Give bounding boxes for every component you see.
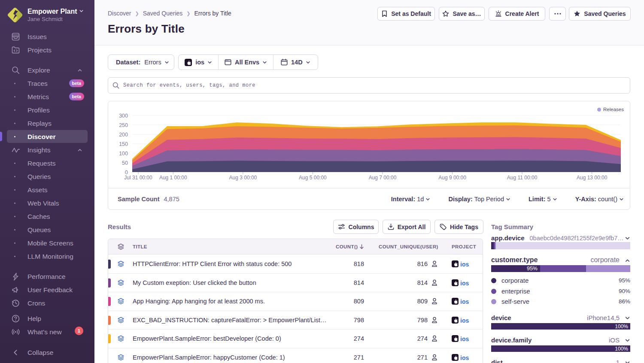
svg-text:300: 300 — [119, 113, 128, 119]
svg-text:Aug 1 00:00: Aug 1 00:00 — [159, 175, 187, 181]
svg-text:Jul 31 00:00: Jul 31 00:00 — [124, 175, 152, 181]
svg-text:Aug 5 00:00: Aug 5 00:00 — [299, 175, 327, 181]
svg-text:Aug 13 00:00: Aug 13 00:00 — [577, 175, 608, 181]
svg-text:Aug 3 00:00: Aug 3 00:00 — [229, 175, 257, 181]
svg-text:Aug 7 00:00: Aug 7 00:00 — [369, 175, 397, 181]
svg-text:50: 50 — [122, 160, 128, 166]
svg-text:250: 250 — [119, 122, 128, 128]
svg-text:Aug 9 00:00: Aug 9 00:00 — [438, 175, 466, 181]
svg-text:200: 200 — [119, 132, 128, 138]
svg-text:Aug 11 00:00: Aug 11 00:00 — [507, 175, 538, 181]
svg-text:100: 100 — [119, 151, 128, 157]
svg-text:150: 150 — [119, 141, 128, 147]
